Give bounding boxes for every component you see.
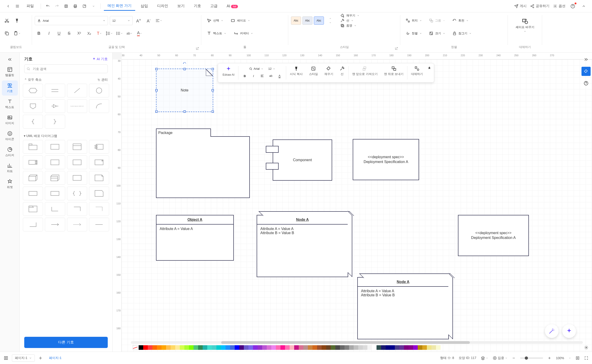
- color-swatch[interactable]: [194, 345, 198, 350]
- symbol-object-attrs[interactable]: [67, 140, 87, 154]
- symbol-brace-right[interactable]: [45, 115, 65, 129]
- layers-icon[interactable]: [481, 356, 488, 360]
- redo-icon[interactable]: [53, 2, 61, 10]
- float-fill-button[interactable]: 채우기: [322, 65, 336, 80]
- bullet-list-icon[interactable]: [115, 29, 124, 38]
- color-swatch[interactable]: [395, 345, 399, 350]
- group-button[interactable]: 그룹: [426, 17, 448, 24]
- text-tool-button[interactable]: 텍스트: [204, 30, 229, 37]
- color-swatch[interactable]: [267, 345, 271, 350]
- nav-templates[interactable]: 템플릿: [2, 65, 18, 80]
- shape-change-button[interactable]: 셰이프 바꾸기: [511, 14, 539, 32]
- underline-icon[interactable]: U: [55, 29, 63, 38]
- rotate-handle-icon[interactable]: [183, 62, 186, 65]
- shape-node-a[interactable]: Node A Attribute A = Value A Attribute B…: [257, 215, 348, 277]
- quick-access-more-icon[interactable]: [90, 2, 97, 10]
- symbol-group-uml[interactable]: ▾ UML 배포 다이어그램: [23, 132, 109, 140]
- float-line-button[interactable]: 선: [337, 65, 348, 80]
- expand-right-icon[interactable]: [581, 55, 591, 64]
- color-swatch[interactable]: [422, 345, 427, 350]
- nav-widgets[interactable]: 위젯: [2, 176, 18, 192]
- color-swatch[interactable]: [322, 345, 326, 350]
- collapse-ribbon-icon[interactable]: [580, 2, 587, 10]
- color-swatch[interactable]: [244, 345, 248, 350]
- color-swatch[interactable]: [372, 345, 376, 350]
- color-swatch[interactable]: [143, 345, 148, 350]
- symbol-stereotype[interactable]: [45, 156, 65, 169]
- float-italic-icon[interactable]: I: [250, 72, 257, 80]
- color-swatch[interactable]: [299, 345, 303, 350]
- canvas[interactable]: Note Package Component <<deployment spec…: [122, 59, 592, 352]
- symbol-depspec[interactable]: [67, 171, 87, 185]
- symbol-text-block[interactable]: Lorem ipsum dolor sit: [67, 99, 87, 113]
- color-swatch[interactable]: [184, 345, 189, 350]
- color-swatch[interactable]: [235, 345, 239, 350]
- symbol-line[interactable]: [89, 218, 109, 231]
- theme-swatch-2[interactable]: Abc: [303, 16, 312, 25]
- italic-icon[interactable]: I: [45, 29, 53, 38]
- color-swatch[interactable]: [289, 345, 294, 350]
- symbol-rect-2[interactable]: [45, 187, 65, 200]
- align-dropdown-icon[interactable]: [155, 16, 163, 25]
- symbol-circle[interactable]: [89, 84, 109, 98]
- strikethrough-icon[interactable]: S: [65, 29, 73, 38]
- symbol-frame[interactable]: [23, 202, 43, 216]
- format-painter-icon[interactable]: [13, 16, 21, 25]
- fullscreen-icon[interactable]: [584, 356, 588, 360]
- increase-font-icon[interactable]: A+: [134, 16, 143, 25]
- ai-wand-fab[interactable]: [545, 324, 559, 338]
- font-size-dropdown[interactable]: 12: [110, 16, 133, 25]
- tab-view[interactable]: 보기: [174, 2, 188, 10]
- float-send-back-button[interactable]: 맨 뒤로 보내기: [381, 65, 406, 80]
- cut-icon[interactable]: [3, 16, 11, 25]
- color-swatch[interactable]: [390, 345, 395, 350]
- color-swatch[interactable]: [225, 345, 230, 350]
- symbol-gate[interactable]: [45, 99, 65, 113]
- color-swatch[interactable]: [271, 345, 276, 350]
- shape-object-a[interactable]: Object A Attribute A = Value A: [156, 215, 234, 261]
- color-swatch[interactable]: [189, 345, 194, 350]
- color-swatch[interactable]: [180, 345, 184, 350]
- nav-charts[interactable]: 차트: [2, 161, 18, 176]
- theme-next-icon[interactable]: [326, 21, 335, 25]
- color-swatch[interactable]: [303, 345, 308, 350]
- shadow-button[interactable]: 음영: [339, 23, 361, 28]
- shape-package[interactable]: Package: [156, 136, 250, 198]
- shape-node-a-2[interactable]: Node A Attribute A = Value A Attribute B…: [357, 277, 449, 339]
- color-swatch[interactable]: [203, 345, 207, 350]
- horizontal-scrollbar[interactable]: [131, 341, 583, 344]
- color-swatch[interactable]: [427, 345, 431, 350]
- float-font-color-icon[interactable]: A: [276, 72, 283, 80]
- share-button[interactable]: 공유하기: [530, 4, 549, 8]
- print-icon[interactable]: [72, 2, 79, 10]
- color-swatch[interactable]: [335, 345, 340, 350]
- color-swatch[interactable]: [294, 345, 299, 350]
- more-symbols-button[interactable]: 다른 기호: [24, 337, 108, 348]
- page-tab[interactable]: 페이지-1: [46, 355, 64, 362]
- resize-handle[interactable]: [212, 89, 214, 91]
- help-icon[interactable]: [569, 2, 576, 10]
- tab-ai[interactable]: AI hot: [223, 2, 242, 10]
- color-swatch[interactable]: [257, 345, 262, 350]
- zoom-out-icon[interactable]: [512, 356, 516, 360]
- shape-depspec[interactable]: <<deployment spec>> Deployment Specifica…: [353, 139, 419, 180]
- color-swatch[interactable]: [221, 345, 225, 350]
- symbol-object[interactable]: [45, 140, 65, 154]
- color-swatch[interactable]: [276, 345, 280, 350]
- symbol-arc[interactable]: [89, 99, 109, 113]
- resize-handle[interactable]: [155, 89, 158, 91]
- nav-text[interactable]: 텍스트: [2, 97, 18, 111]
- theme-swatch-3[interactable]: Abc: [314, 16, 324, 25]
- color-swatch[interactable]: [230, 345, 235, 350]
- symbol-note-2[interactable]: [89, 187, 109, 200]
- line-button[interactable]: 선: [339, 18, 361, 23]
- font-dialog-launcher-icon[interactable]: [196, 47, 199, 51]
- symbol-note[interactable]: [89, 171, 109, 185]
- save-icon[interactable]: [62, 2, 70, 10]
- help-right-icon[interactable]: [581, 79, 591, 88]
- color-swatch[interactable]: [354, 345, 358, 350]
- color-swatch[interactable]: [358, 345, 363, 350]
- no-fill-swatch[interactable]: [133, 345, 138, 350]
- hamburger-icon[interactable]: [14, 2, 21, 10]
- symbol-rect[interactable]: [23, 187, 43, 200]
